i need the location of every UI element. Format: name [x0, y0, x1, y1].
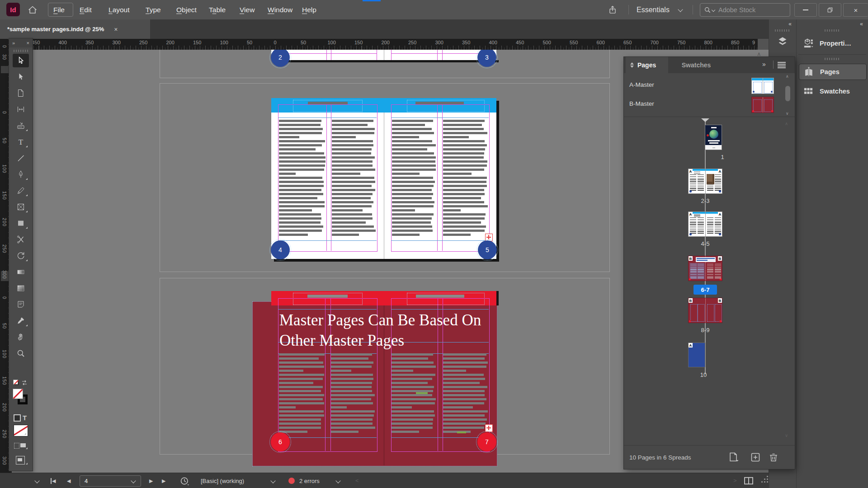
dock-item-pages[interactable]: Pages: [799, 64, 867, 80]
collapse-panels-icon[interactable]: «: [788, 21, 792, 27]
new-page-icon[interactable]: [750, 451, 761, 463]
selected-spread-marker: [701, 118, 709, 122]
canvas-scroll-up-arrow[interactable]: ∧: [757, 51, 761, 57]
rectangle-tool[interactable]: [13, 216, 29, 230]
eyedropper-tool[interactable]: [13, 314, 29, 328]
page-label-2-3[interactable]: 2-3: [692, 197, 719, 204]
pencil-tool[interactable]: [13, 184, 29, 197]
divider: [628, 5, 629, 14]
panel-grip[interactable]: [14, 50, 28, 52]
page-label-1[interactable]: 1: [709, 154, 736, 160]
workspace-switcher[interactable]: Essentials: [637, 0, 682, 19]
close-window-button[interactable]: ×: [843, 3, 868, 17]
error-count[interactable]: 2 errors: [299, 473, 320, 488]
view-options-icon[interactable]: [13, 441, 29, 450]
page-label-8-9[interactable]: 8-9: [692, 327, 719, 333]
gap-tool[interactable]: [13, 103, 29, 116]
hand-tool[interactable]: [13, 330, 29, 344]
swap-fill-stroke-icon[interactable]: [21, 379, 28, 386]
type-tool[interactable]: T: [13, 135, 29, 149]
pen-tool[interactable]: [13, 168, 29, 181]
page-number-field[interactable]: 4: [80, 475, 141, 487]
errors-chevron[interactable]: [335, 478, 340, 483]
master-row-a-master[interactable]: A-Master: [624, 77, 783, 95]
panel-menu-icon[interactable]: [778, 62, 786, 68]
line-tool[interactable]: [13, 151, 29, 165]
next-page-button[interactable]: ▶: [149, 473, 153, 488]
formatting-affects-toggle[interactable]: T: [13, 414, 29, 423]
page-thumbnail-6-7[interactable]: BB: [688, 256, 722, 281]
page-label-4-5[interactable]: 4-5: [692, 240, 719, 247]
dock-item-swatches[interactable]: Swatches: [799, 84, 866, 99]
panel-grip[interactable]: [825, 58, 840, 60]
menu-layout[interactable]: Layout: [108, 0, 130, 19]
restore-button[interactable]: [819, 3, 841, 17]
dock-item-properties[interactable]: Properti…: [799, 36, 866, 51]
fill-stroke-indicator[interactable]: [13, 389, 29, 407]
page-thumbnail-8-9[interactable]: BB: [688, 298, 722, 323]
delete-page-icon[interactable]: [768, 451, 779, 463]
close-panel-icon[interactable]: ×: [27, 40, 29, 46]
collapse-panels-icon[interactable]: «: [860, 21, 863, 27]
content-collector-tool[interactable]: [13, 119, 29, 132]
selection-tool[interactable]: [13, 54, 29, 67]
hscroll-left-arrow[interactable]: <: [355, 477, 359, 484]
menu-view[interactable]: View: [240, 0, 255, 19]
text-column: [279, 120, 326, 238]
resize-grip[interactable]: [761, 481, 763, 483]
panel-grip[interactable]: [825, 29, 840, 32]
direct-selection-tool[interactable]: [13, 70, 29, 84]
hscroll-right-arrow[interactable]: >: [733, 477, 737, 484]
menu-object[interactable]: Object: [176, 0, 197, 19]
page-thumbnail-4-5[interactable]: AA: [688, 211, 722, 237]
status-bar: ◀ ◀ 4 ▶ ▶ [Basic] (working) 2 errors < >: [0, 473, 769, 488]
adobe-stock-searchbox[interactable]: [700, 3, 790, 17]
tab-pages[interactable]: Pages: [626, 57, 668, 73]
screen-mode-icon[interactable]: [13, 455, 29, 466]
minimize-button[interactable]: [794, 3, 817, 17]
tab-close-icon[interactable]: ×: [114, 26, 118, 33]
page-label-10[interactable]: 10: [690, 371, 717, 378]
previous-page-button[interactable]: ◀: [67, 473, 71, 488]
layers-icon[interactable]: [777, 36, 788, 47]
master-row-b-master[interactable]: B-Master: [624, 96, 783, 114]
preflight-profile[interactable]: [Basic] (working): [201, 473, 244, 488]
scissors-tool[interactable]: [13, 233, 29, 246]
note-tool[interactable]: [13, 298, 29, 311]
preflight-profile-chevron[interactable]: [270, 478, 275, 483]
apply-none-button[interactable]: [14, 425, 28, 436]
page-thumbnail-1[interactable]: [705, 125, 722, 150]
last-page-button[interactable]: ▶: [162, 473, 167, 488]
masters-scrollbar[interactable]: ∧ ∨: [783, 73, 793, 117]
panel-expand-icon[interactable]: »: [762, 61, 766, 68]
zoom-tool[interactable]: [13, 347, 29, 360]
toolbar-collapse-chevron[interactable]: [34, 478, 39, 483]
panel-grip[interactable]: [775, 29, 790, 32]
preflight-icon[interactable]: [179, 476, 191, 487]
home-icon[interactable]: [27, 5, 38, 15]
menu-file[interactable]: File: [53, 0, 65, 19]
expand-panel-icon[interactable]: »: [12, 40, 15, 46]
page-label-6-7-selected[interactable]: 6-7: [693, 285, 717, 295]
share-icon[interactable]: [608, 4, 618, 16]
menu-table[interactable]: Table: [209, 0, 226, 19]
free-transform-tool[interactable]: [13, 249, 29, 263]
spread-view-icon[interactable]: [743, 476, 754, 486]
page-tool[interactable]: [13, 86, 29, 100]
page-thumbnail-2-3[interactable]: AA: [688, 169, 722, 194]
tab-swatches[interactable]: Swatches: [675, 57, 718, 73]
gradient-swatch-tool[interactable]: [13, 265, 29, 279]
spine-guide: [705, 120, 706, 374]
document-tab[interactable]: *sample master pages.indd @ 25% ×: [0, 19, 150, 39]
search-input[interactable]: [717, 6, 774, 14]
gradient-feather-tool[interactable]: [13, 282, 29, 295]
default-fill-stroke-icon[interactable]: [13, 379, 29, 387]
first-page-button[interactable]: ◀: [51, 473, 56, 488]
frame-tool[interactable]: [13, 200, 29, 214]
menu-edit[interactable]: Edit: [80, 0, 92, 19]
menu-help[interactable]: Help: [302, 0, 316, 19]
page-thumbnail-10[interactable]: A: [688, 343, 705, 367]
menu-type[interactable]: Type: [146, 0, 161, 19]
edit-page-size-icon[interactable]: [728, 451, 741, 463]
menu-window[interactable]: Window: [268, 0, 292, 19]
